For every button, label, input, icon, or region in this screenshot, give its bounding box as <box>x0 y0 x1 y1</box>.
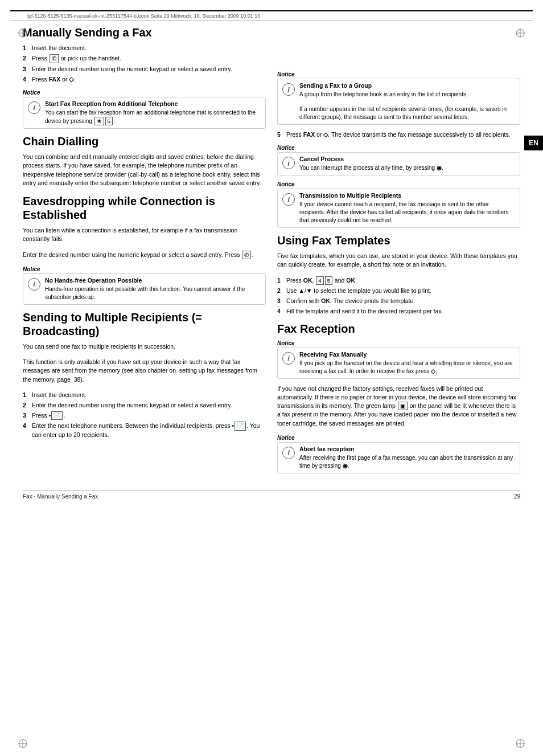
step-5: 5Press FAX or ◇. The device transmits th… <box>277 130 520 139</box>
notice-start-fax-reception: Notice i Start Fax Reception from Additi… <box>23 89 266 129</box>
address-icon-2: 📄 <box>235 422 246 430</box>
notice-text-handsfree: Hands-free operation is not possible wit… <box>45 285 261 301</box>
notice-content-transmission: Transmission to Multiple Recipients If y… <box>299 192 515 224</box>
notice-icon-1: i <box>28 101 40 114</box>
address-icon: 📄 <box>51 411 63 420</box>
section-title-chain-dialling: Chain Dialling <box>23 134 266 148</box>
fax-templates-body: Five fax templates, which you can use, a… <box>277 252 520 269</box>
fax-templates-steps: 1Press OK, 45 and OK. 2Use ▲/▼ to select… <box>277 276 520 316</box>
notice-box-handsfree: i No Hands-free Operation Possible Hands… <box>23 273 266 305</box>
chain-dialling-body: You can combine and edit manually entere… <box>23 153 266 187</box>
notice-icon-group: i <box>282 83 295 96</box>
notice-icon-transmission: i <box>282 193 295 206</box>
notice-box-transmission: i Transmission to Multiple Recipients If… <box>277 189 520 228</box>
left-column: Manually Sending a Fax 1Insert the docum… <box>23 26 266 479</box>
notice-text-cancel: You can interrupt the process at any tim… <box>299 164 515 172</box>
five-key: 5 <box>105 117 113 125</box>
footer: Fax · Manually Sending a Fax 29 <box>23 491 520 500</box>
step-2: 2Press ✆ or pick up the handset. <box>23 54 266 63</box>
section-title-fax-reception: Fax Reception <box>277 322 520 336</box>
notice-title-cancel: Cancel Process <box>299 156 515 162</box>
key-4: 4 <box>316 276 323 285</box>
notice-sending-group: Notice i Sending a Fax to a Group A grou… <box>277 71 520 125</box>
corner-mark-tl <box>17 27 28 39</box>
footer-right: 29 <box>514 493 520 500</box>
notice-icon-cancel: i <box>282 157 295 169</box>
notice-label-abort: Notice <box>277 435 520 441</box>
step5-list: 5Press FAX or ◇. The device transmits th… <box>277 130 520 139</box>
notice-transmission-multiple: Notice i Transmission to Multiple Recipi… <box>277 181 520 228</box>
notice-label-receiving: Notice <box>277 340 520 346</box>
notice-text-group2: If a number appears in the list of recip… <box>299 105 515 121</box>
broadcasting-body2: This function is only available if you h… <box>23 358 266 384</box>
notice-text-start-fax: You can start the fax reception from an … <box>45 109 261 125</box>
section-fax-templates: Using Fax Templates Five fax templates, … <box>277 234 520 316</box>
template-step-2: 2Use ▲/▼ to select the template you woul… <box>277 287 520 295</box>
notice-title-receiving: Receiving Fax Manually <box>299 351 515 358</box>
notice-area-group: Notice i Sending a Fax to a Group A grou… <box>277 71 520 125</box>
bcast-step-4: 4Enter the next telephone numbers. Betwe… <box>23 422 266 439</box>
corner-mark-br <box>515 738 526 749</box>
notice-receiving-manually: Notice i Receiving Fax Manually If you p… <box>277 340 520 379</box>
template-step-1: 1Press OK, 45 and OK. <box>277 276 520 285</box>
key-5: 5 <box>325 276 332 285</box>
section-sending-multiple: Sending to Multiple Recipients (= Broadc… <box>23 310 266 439</box>
notice-box-abort: i Abort fax reception After receiving th… <box>277 442 520 473</box>
eavesdropping-body1: You can listen while a connection is est… <box>23 226 266 243</box>
en-tab: EN <box>524 136 543 150</box>
bcast-step-2: 2Enter the desired number using the nume… <box>23 401 266 410</box>
section-title-broadcasting: Sending to Multiple Recipients (= Broadc… <box>23 310 266 338</box>
section-title-fax-templates: Using Fax Templates <box>277 234 520 247</box>
broadcasting-body1: You can send one fax to multiple recipie… <box>23 342 266 351</box>
notice-box-receiving: i Receiving Fax Manually If you pick up … <box>277 348 520 379</box>
notice-content-2: No Hands-free Operation Possible Hands-f… <box>45 277 261 301</box>
header-file-info: lpf-5120-5125-5135-manual-uk-int-2531175… <box>27 13 260 19</box>
notice-title-group: Sending a Fax to a Group <box>299 82 515 89</box>
notice-content-cancel: Cancel Process You can interrupt the pro… <box>299 156 515 172</box>
corner-mark-bl <box>17 738 28 749</box>
notice-no-handsfree: Notice i No Hands-free Operation Possibl… <box>23 266 266 305</box>
step-3: 3Enter the desired number using the nume… <box>23 65 266 73</box>
section-fax-reception: Fax Reception Notice i Receiving Fax Man… <box>277 322 520 473</box>
notice-icon-2: i <box>28 278 40 291</box>
fax-reception-body: If you have not changed the factory sett… <box>277 385 520 428</box>
bcast-step-3: 3Press •📄. <box>23 411 266 420</box>
template-step-3: 3Confirm with OK. The device prints the … <box>277 297 520 305</box>
lamp-icon: ▣ <box>398 402 408 410</box>
step-4: 4Press FAX or ◇. <box>23 75 266 84</box>
notice-label-group: Notice <box>277 71 520 77</box>
handset-icon: ✆ <box>50 54 59 63</box>
notice-icon-abort: i <box>282 447 295 459</box>
section-chain-dialling: Chain Dialling You can combine and edit … <box>23 134 266 187</box>
footer-left: Fax · Manually Sending a Fax <box>23 493 98 500</box>
notice-box-cancel: i Cancel Process You can interrupt the p… <box>277 152 520 175</box>
notice-content-1: Start Fax Reception from Additional Tele… <box>45 100 261 125</box>
notice-content-receiving: Receiving Fax Manually If you pick up th… <box>299 351 515 375</box>
content-area: Manually Sending a Fax 1Insert the docum… <box>23 26 520 479</box>
section-manually-sending: Manually Sending a Fax 1Insert the docum… <box>23 26 266 129</box>
header-bar: lpf-5120-5125-5135-manual-uk-int-2531175… <box>10 10 533 21</box>
step-1: 1Insert the document. <box>23 44 266 52</box>
notice-text-group1: A group from the telephone book is an en… <box>299 91 515 99</box>
notice-box-start-fax: i Start Fax Reception from Additional Te… <box>23 97 266 129</box>
notice-title-abort: Abort fax reception <box>299 446 515 452</box>
notice-label-1: Notice <box>23 89 266 96</box>
notice-content-group: Sending a Fax to a Group A group from th… <box>299 82 515 121</box>
notice-text-abort: After receiving the first page of a fax … <box>299 454 515 470</box>
star-key: ★ <box>94 117 104 125</box>
notice-icon-receiving: i <box>282 352 295 365</box>
template-step-4: 4Fill the template and send it to the de… <box>277 307 520 316</box>
page-wrapper: lpf-5120-5125-5135-manual-uk-int-2531175… <box>0 10 543 756</box>
notice-text-transmission: If your device cannot reach a recipient,… <box>299 201 515 224</box>
notice-cancel-process: Notice i Cancel Process You can interrup… <box>277 145 520 175</box>
right-column: Notice i Sending a Fax to a Group A grou… <box>277 26 520 479</box>
section-title-eavesdropping: Eavesdropping while Con­nection is Estab… <box>23 194 266 222</box>
notice-title-start-fax: Start Fax Reception from Additional Tele… <box>45 100 261 107</box>
corner-mark-tr <box>515 27 526 39</box>
notice-label-cancel: Notice <box>277 145 520 151</box>
handset-icon-2: ✆ <box>242 251 251 259</box>
notice-box-group: i Sending a Fax to a Group A group from … <box>277 79 520 125</box>
section-eavesdropping: Eavesdropping while Con­nection is Estab… <box>23 194 266 305</box>
notice-label-transmission: Notice <box>277 181 520 187</box>
manually-sending-steps: 1Insert the document. 2Press ✆ or pick u… <box>23 44 266 84</box>
